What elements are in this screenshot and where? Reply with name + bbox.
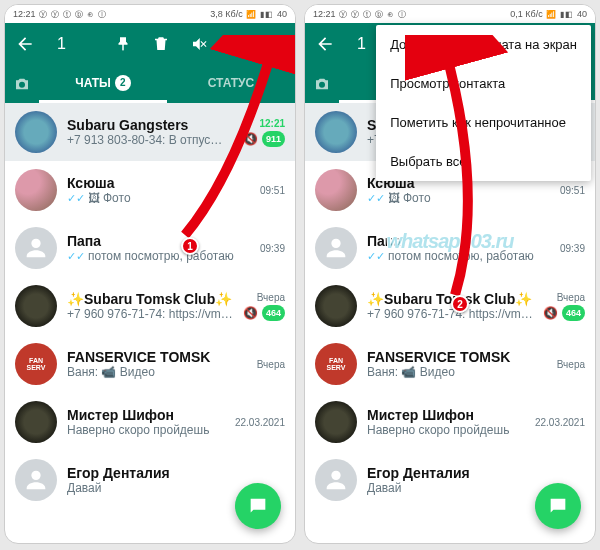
chat-row[interactable]: ✨Subaru Tomsk Club✨ +7 960 976-71-74: ht… [305, 277, 595, 335]
svg-point-2 [274, 48, 277, 51]
pin-icon[interactable] [113, 34, 133, 54]
archive-icon[interactable] [227, 34, 247, 54]
avatar[interactable]: FANSERV [315, 343, 357, 385]
chat-row[interactable]: FANSERV FANSERVICE TOMSK Ваня: 📹 Видео В… [305, 335, 595, 393]
read-ticks-icon: ✓✓ [67, 250, 85, 263]
avatar[interactable] [15, 459, 57, 501]
status-time: 12:21 [13, 9, 36, 19]
avatar[interactable] [315, 169, 357, 211]
back-arrow-icon[interactable] [15, 34, 35, 54]
chat-time: 12:21 [259, 118, 285, 129]
mute-icon[interactable] [189, 34, 209, 54]
avatar[interactable] [15, 227, 57, 269]
tab-status[interactable]: СТАТУС [167, 65, 295, 103]
muted-icon: 🔇 [243, 132, 258, 146]
delete-icon[interactable] [151, 34, 171, 54]
chat-row[interactable]: Папа ✓✓потом посмотрю, работаю 09:39 [305, 219, 595, 277]
status-net: 3,8 Кб/с [210, 9, 242, 19]
chat-row[interactable]: Мистер Шифон Наверно скоро пройдешь 22.0… [305, 393, 595, 451]
tabs: ЧАТЫ2 СТАТУС [5, 65, 295, 103]
avatar[interactable] [15, 169, 57, 211]
tab-chats-badge: 2 [115, 75, 131, 91]
chat-row-selected[interactable]: Subaru Gangsters +7 913 803-80-34: В отп… [5, 103, 295, 161]
read-ticks-icon: ✓✓ [67, 192, 85, 205]
phone-left: 12:21ⓨ ⓨ ⓣ ⓑ ⊕ ⓛ 3,8 Кб/с📶 ▮◧40 1 ЧАТЫ2 … [4, 4, 296, 544]
avatar[interactable] [315, 227, 357, 269]
avatar[interactable] [15, 285, 57, 327]
avatar[interactable] [315, 459, 357, 501]
avatar[interactable] [315, 285, 357, 327]
step-badge-1: 1 [181, 237, 199, 255]
step-badge-2: 2 [451, 295, 469, 313]
chat-row[interactable]: FANSERV FANSERVICE TOMSK Ваня: 📹 Видео В… [5, 335, 295, 393]
tab-camera[interactable] [305, 65, 339, 103]
chat-subtitle: +7 913 803-80-34: В отпус… [67, 133, 233, 147]
context-menu: Добавить иконку чата на экран Просмотр к… [376, 25, 591, 181]
avatar[interactable] [315, 111, 357, 153]
unread-badge: 911 [262, 131, 285, 147]
phone-right: 12:21ⓨ ⓨ ⓣ ⓑ ⊕ ⓛ 0,1 Кб/с📶 ▮◧40 1 ЧАТЫ Д… [304, 4, 596, 544]
chat-row[interactable]: Папа ✓✓потом посмотрю, работаю 09:39 [5, 219, 295, 277]
avatar[interactable] [15, 401, 57, 443]
tab-camera[interactable] [5, 65, 39, 103]
menu-add-shortcut[interactable]: Добавить иконку чата на экран [376, 25, 591, 64]
svg-point-1 [274, 43, 277, 46]
menu-view-contact[interactable]: Просмотр контакта [376, 64, 591, 103]
photo-icon: 🖼 [88, 191, 100, 205]
chat-row[interactable]: Мистер Шифон Наверно скоро пройдешь 22.0… [5, 393, 295, 451]
chat-row[interactable]: ✨Subaru Tomsk Club✨ +7 960 976-71-74: ht… [5, 277, 295, 335]
avatar[interactable] [15, 111, 57, 153]
chat-row[interactable]: Ксюша ✓✓🖼Фото 09:51 [5, 161, 295, 219]
tab-chats[interactable]: ЧАТЫ2 [39, 65, 167, 103]
menu-mark-unread[interactable]: Пометить как непрочитанное [376, 103, 591, 142]
svg-point-0 [274, 37, 277, 40]
new-chat-fab[interactable] [535, 483, 581, 529]
selection-app-bar: 1 [5, 23, 295, 65]
chat-list[interactable]: Subaru Gangsters +7 913 803-80-34: В отп… [5, 103, 295, 509]
muted-icon: 🔇 [243, 306, 258, 320]
avatar[interactable] [315, 401, 357, 443]
status-bar: 12:21ⓨ ⓨ ⓣ ⓑ ⊕ ⓛ 0,1 Кб/с📶 ▮◧40 [305, 5, 595, 23]
menu-select-all[interactable]: Выбрать все [376, 142, 591, 181]
more-menu-icon[interactable] [265, 34, 285, 54]
new-chat-fab[interactable] [235, 483, 281, 529]
status-bar: 12:21ⓨ ⓨ ⓣ ⓑ ⊕ ⓛ 3,8 Кб/с📶 ▮◧40 [5, 5, 295, 23]
avatar[interactable]: FANSERV [15, 343, 57, 385]
chat-title: Subaru Gangsters [67, 117, 233, 133]
status-batt: 40 [277, 9, 287, 19]
back-arrow-icon[interactable] [315, 34, 335, 54]
selection-count: 1 [57, 35, 66, 53]
